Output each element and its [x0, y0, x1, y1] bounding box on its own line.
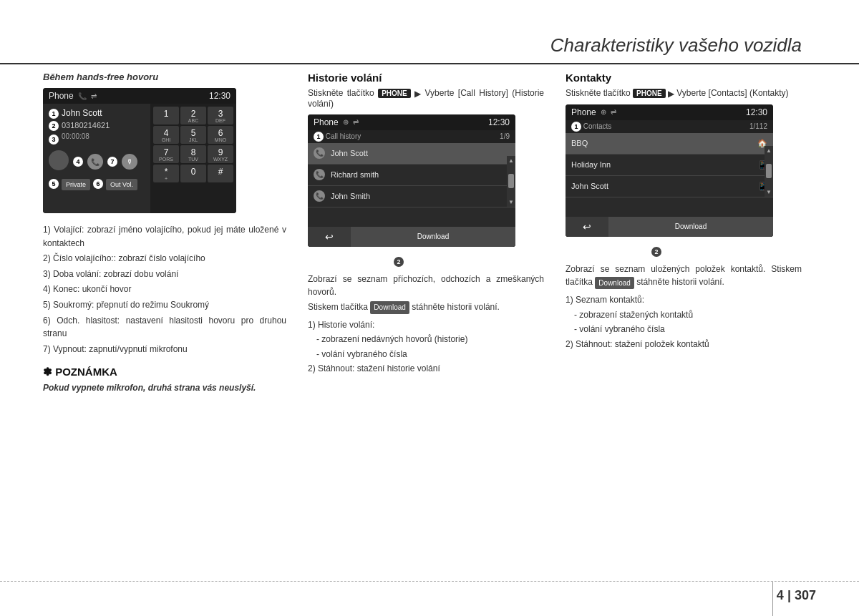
scroll-down-arrow[interactable]: ▼	[508, 199, 514, 205]
annotation-4: 4	[73, 157, 83, 167]
key-hash[interactable]: #	[208, 165, 233, 182]
list-item-0[interactable]: 📞 John Scott	[308, 143, 515, 165]
annotation-2: 2	[49, 121, 59, 131]
call-item-name-2: John Smith	[331, 192, 370, 200]
arrow-mid: ▶	[414, 89, 421, 99]
right-list-text: 1) Seznam kontaktů: - zobrazení staženýc…	[566, 293, 802, 351]
contacts-subheader: 1 Contacts 1/112	[566, 120, 773, 133]
mute-icon[interactable]: 🎙	[122, 154, 137, 170]
end-call-icon[interactable]: 📞	[87, 154, 103, 170]
dial-left-panel: 1 John Scott 2 03180214621 3 00:00:08	[43, 104, 150, 213]
annotation-2-mid: 2	[394, 257, 404, 267]
call-icon-0: 📞	[314, 147, 325, 159]
contact-name-1: Holiday Inn	[571, 160, 611, 169]
key-8[interactable]: 8TUV	[180, 145, 206, 163]
private-button[interactable]: Private	[62, 179, 90, 190]
contact-name-2: John Scott	[571, 182, 608, 190]
phone-screen-header: Phone 📞 ⇌ 12:30	[43, 88, 236, 104]
scroll-up-arrow-right[interactable]: ▲	[766, 147, 772, 154]
contacts-list: BBQ 🏠 Holiday Inn 📱 John Scott 📱 ▲	[566, 133, 773, 217]
call-history-screen: Phone ⊕ ⇌ 12:30 1 Call history 1/9 📞	[308, 114, 515, 247]
list-scrollbar-mid[interactable]: ▲ ▼	[507, 156, 515, 207]
outvol-button[interactable]: Out Vol.	[106, 179, 137, 190]
page-number: 4 | 307	[777, 588, 816, 603]
list-scrollbar-right[interactable]: ▲ ▼	[765, 146, 773, 197]
bluetooth-icon-mid: ⇌	[353, 118, 359, 126]
right-section-heading: Kontakty	[566, 72, 802, 84]
key-2[interactable]: 2ABC	[180, 107, 206, 124]
annotation-6: 6	[93, 179, 103, 189]
note-body: Pokud vypnete mikrofon, druhá strana vás…	[43, 381, 286, 394]
scroll-thumb-right[interactable]	[766, 164, 772, 178]
contact-item-0[interactable]: BBQ 🏠	[566, 133, 773, 155]
header-divider	[0, 63, 859, 64]
list-item-2[interactable]: 📞 John Smith	[308, 186, 515, 207]
caller-number: 03180214621	[62, 121, 110, 129]
scroll-thumb[interactable]	[508, 174, 514, 188]
key-3[interactable]: 3DEF	[208, 107, 233, 124]
call-history-footer: ↩ Download	[308, 227, 515, 247]
dial-bottom-buttons: 5 Private 6 Out Vol.	[49, 179, 145, 190]
call-history-header: Phone ⊕ ⇌ 12:30	[308, 114, 515, 130]
key-6[interactable]: 6MNO	[208, 126, 233, 144]
call-history-subheader: 1 Call history 1/9	[308, 130, 515, 143]
contacts-screen: Phone ⊕ ⇌ 12:30 1 Contacts 1/112 BBQ	[566, 104, 773, 237]
contacts-subheader-left: 1 Contacts	[571, 122, 611, 132]
phone-icon-mid: ⊕	[343, 118, 349, 126]
caller-avatar	[49, 150, 69, 170]
mid-body-text: Zobrazí se seznam příchozích, odchozích …	[308, 273, 544, 314]
annotation-2-right: 2	[651, 247, 661, 257]
footer-divider-dashed	[0, 581, 859, 582]
contacts-header: Phone ⊕ ⇌ 12:30	[566, 104, 773, 120]
mid-intro: Stiskněte tlačítko PHONE ▶ Vyberte [Call…	[308, 88, 544, 109]
page-title: Charakteristiky vašeho vozidla	[550, 34, 802, 57]
right-column: Kontakty Stiskněte tlačítko PHONE ▶ Vybe…	[566, 72, 802, 573]
call-icon-2: 📞	[314, 190, 325, 202]
key-5[interactable]: 5JKL	[180, 126, 206, 144]
scroll-up-arrow[interactable]: ▲	[508, 157, 514, 164]
download-button-right[interactable]: Download	[608, 217, 773, 237]
call-item-name-0: John Scott	[331, 149, 368, 157]
phone-screen-title: Phone	[49, 91, 74, 101]
mid-annotation2: 2	[308, 257, 544, 267]
mid-column: Historie volání Stiskněte tlačítko PHONE…	[308, 72, 544, 573]
dial-keypad: 1 2ABC 3DEF 4GHI 5JKL 6MNO 7PORS 8TUV 9W…	[150, 104, 236, 213]
right-body-text: Zobrazí se seznam uložených položek kont…	[566, 263, 802, 289]
bluetooth-icon: ⇌	[91, 92, 97, 100]
keypad-grid: 1 2ABC 3DEF 4GHI 5JKL 6MNO 7PORS 8TUV 9W…	[153, 107, 233, 182]
list-item-1[interactable]: 📞 Richard smith	[308, 165, 515, 186]
call-timer: 00:00:08	[62, 132, 89, 140]
footer-page-divider	[772, 582, 773, 616]
main-content: Během hands-free hovoru Phone 📞 ⇌ 12:30 …	[43, 72, 816, 573]
key-4[interactable]: 4GHI	[153, 126, 179, 144]
download-button-mid[interactable]: Download	[351, 227, 515, 247]
arrow-right-col: ▶	[668, 89, 674, 99]
phone-icon: 📞	[78, 92, 87, 100]
right-annotation2: 2	[566, 247, 802, 257]
download-badge-inline: Download	[370, 301, 409, 314]
contact-item-2[interactable]: John Scott 📱	[566, 176, 773, 197]
contact-item-1[interactable]: Holiday Inn 📱	[566, 155, 773, 176]
back-button-mid[interactable]: ↩	[308, 227, 351, 247]
key-7[interactable]: 7PORS	[153, 145, 179, 163]
key-0[interactable]: 0	[180, 165, 206, 182]
caller-name: John Scott	[62, 108, 102, 118]
annotation-5: 5	[49, 179, 59, 189]
back-button-right[interactable]: ↩	[566, 217, 608, 237]
scroll-down-arrow-right[interactable]: ▼	[766, 189, 772, 195]
key-1[interactable]: 1	[153, 107, 179, 124]
call-item-name-1: Richard smith	[331, 170, 379, 179]
key-9[interactable]: 9WXYZ	[208, 145, 233, 163]
left-body-text: 1) Volající: zobrazí jméno volajícího, p…	[43, 223, 286, 356]
note-section: ✽ POZNÁMKA Pokud vypnete mikrofon, druhá…	[43, 366, 286, 394]
annotation-7: 7	[107, 157, 117, 167]
bluetooth-icon-right: ⇌	[611, 108, 616, 116]
annotation-1: 1	[49, 109, 59, 119]
left-column: Během hands-free hovoru Phone 📞 ⇌ 12:30 …	[43, 72, 286, 573]
right-intro: Stiskněte tlačítko PHONE ▶ Vyberte [Cont…	[566, 88, 802, 99]
key-star[interactable]: *+	[153, 165, 179, 182]
page-number-separator: |	[787, 588, 791, 602]
phone-screen-dial: Phone 📞 ⇌ 12:30 1 John Scott 2	[43, 88, 236, 213]
call-history-list: 📞 John Scott 📞 Richard smith 📞 John Smit…	[308, 143, 515, 227]
contacts-screen-title: Phone	[571, 107, 596, 117]
